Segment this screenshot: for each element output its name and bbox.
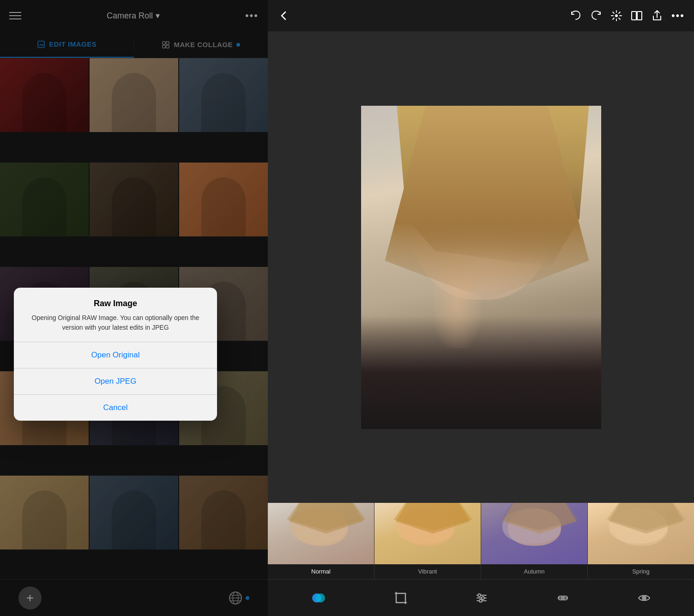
open-original-button[interactable]: Open Original [14, 342, 217, 368]
filter-autumn-label-row: Autumn [524, 564, 545, 579]
adjust-tool-icon [474, 591, 489, 605]
filter-vibrant[interactable]: Vibrant [374, 503, 481, 579]
svg-rect-24 [396, 593, 405, 603]
dialog-overlay: Raw Image Opening Original RAW Image. Yo… [0, 0, 268, 616]
undo-button[interactable] [570, 10, 582, 22]
eye-tool-icon [637, 591, 652, 605]
dialog-message: Opening Original RAW Image. You can opti… [25, 313, 206, 332]
filter-spring[interactable]: Spring [588, 503, 694, 579]
svg-line-16 [619, 12, 620, 13]
eye-tool-button[interactable] [637, 591, 652, 605]
heal-tool-button[interactable] [555, 591, 570, 605]
svg-line-14 [613, 12, 614, 13]
svg-point-29 [482, 597, 484, 599]
bottom-tools [268, 579, 694, 616]
more-options-right-button[interactable]: ••• [671, 10, 685, 22]
redo-button[interactable] [590, 10, 602, 22]
svg-line-15 [619, 18, 620, 19]
compare-button[interactable] [631, 10, 643, 22]
heal-tool-icon [555, 591, 570, 605]
filter-normal-thumbnail [268, 503, 374, 564]
back-button[interactable] [277, 9, 290, 22]
svg-point-36 [644, 597, 645, 598]
filter-normal[interactable]: Normal [268, 503, 374, 579]
svg-line-17 [613, 18, 614, 19]
svg-point-28 [478, 594, 481, 597]
svg-rect-19 [632, 12, 636, 20]
main-image-container [268, 31, 694, 503]
filter-strip: Normal Vibrant Autumn [268, 503, 694, 579]
left-panel: Camera Roll ▾ ••• EDIT IMAGES MAKE COLLA… [0, 0, 268, 616]
cancel-button[interactable]: Cancel [14, 395, 217, 421]
right-panel: ••• Norm [268, 0, 694, 616]
color-tool-icon [310, 590, 327, 606]
svg-point-23 [316, 593, 325, 603]
svg-point-30 [479, 599, 482, 602]
dialog-title: Raw Image [25, 299, 206, 308]
filter-spring-label-row: Spring [632, 564, 650, 579]
filter-autumn[interactable]: Autumn [481, 503, 588, 579]
filter-autumn-label: Autumn [524, 568, 545, 575]
filter-vibrant-label-row: Vibrant [418, 564, 437, 579]
share-button[interactable] [651, 10, 663, 22]
right-top-bar: ••• [268, 0, 694, 31]
dialog-content: Raw Image Opening Original RAW Image. Yo… [14, 288, 217, 342]
filter-vibrant-label: Vibrant [418, 568, 437, 575]
open-jpeg-button[interactable]: Open JPEG [14, 368, 217, 394]
magic-button[interactable] [610, 10, 622, 22]
svg-point-18 [615, 14, 618, 17]
filter-spring-label: Spring [632, 568, 650, 575]
raw-image-dialog: Raw Image Opening Original RAW Image. Yo… [14, 288, 217, 421]
right-top-center: ••• [570, 10, 685, 22]
svg-rect-20 [637, 12, 642, 20]
color-tool-button[interactable] [310, 590, 327, 606]
filter-vibrant-thumbnail [374, 503, 481, 564]
right-top-left [277, 9, 290, 22]
crop-tool-button[interactable] [393, 591, 408, 605]
filter-normal-label-row: Normal [311, 564, 331, 579]
filter-autumn-thumbnail [481, 503, 587, 564]
filter-normal-label: Normal [311, 568, 331, 575]
adjust-tool-button[interactable] [474, 591, 489, 605]
main-image [361, 106, 601, 429]
filter-spring-thumbnail [588, 503, 694, 564]
crop-tool-icon [393, 591, 408, 605]
